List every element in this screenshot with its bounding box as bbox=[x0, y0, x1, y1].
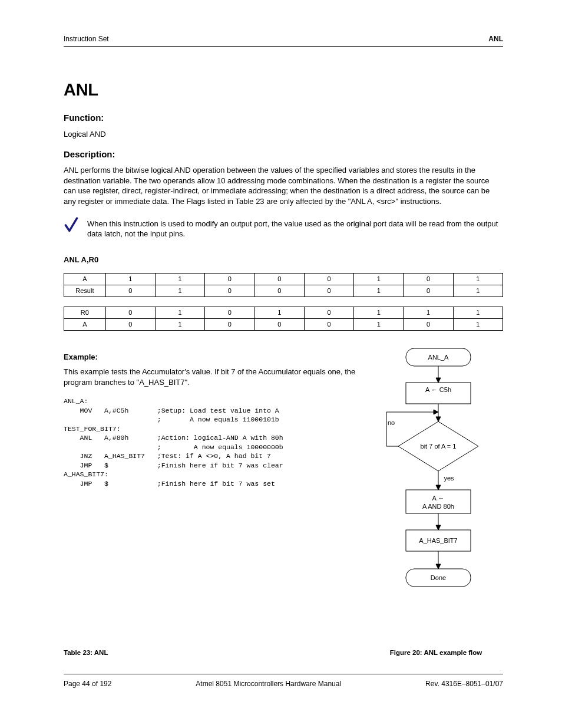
footer-left: Page 44 of 192 bbox=[64, 679, 111, 689]
svg-marker-12 bbox=[436, 485, 441, 490]
flow-start: ANL_A bbox=[428, 353, 449, 361]
figure-caption: Figure 20: ANL example flow bbox=[371, 648, 501, 658]
footer-mid: Atmel 8051 Microcontrollers Hardware Man… bbox=[196, 679, 341, 689]
header-left: Instruction Set bbox=[64, 34, 109, 44]
code-block: ANL_A: MOV A,#C5h ;Setup: Load test valu… bbox=[64, 397, 356, 488]
page-header: Instruction Set ANL bbox=[64, 34, 503, 44]
table-caption: Table 23: ANL bbox=[64, 648, 108, 658]
example-text: This example tests the Accumulator's val… bbox=[64, 367, 356, 387]
flow-step3: A_HAS_BIT7 bbox=[419, 536, 457, 545]
note-text: When this instruction is used to modify … bbox=[87, 219, 503, 239]
example-heading: Example: bbox=[64, 352, 356, 363]
header-divider bbox=[64, 46, 503, 47]
svg-marker-10 bbox=[434, 410, 438, 414]
function-heading: Function: bbox=[64, 112, 503, 124]
footer-divider bbox=[64, 674, 503, 674]
flow-yes: yes bbox=[444, 473, 454, 482]
footer-right: Rev. 4316E–8051–01/07 bbox=[425, 679, 503, 689]
description-heading: Description: bbox=[64, 149, 503, 160]
flow-done: Done bbox=[431, 573, 446, 582]
svg-marker-5 bbox=[436, 417, 441, 421]
table-row: A 0 1 0 0 0 1 0 1 bbox=[64, 318, 503, 330]
svg-marker-18 bbox=[436, 564, 441, 569]
register-tables: A 1 1 0 0 0 1 0 1 Result 0 1 0 0 0 1 0 1 bbox=[64, 273, 503, 330]
flow-decision: bit 7 of A = 1 bbox=[412, 442, 465, 450]
svg-marker-2 bbox=[436, 378, 441, 383]
table-row: R0 0 1 0 1 0 1 1 1 bbox=[64, 307, 503, 318]
svg-marker-15 bbox=[436, 525, 441, 530]
instruction-title: ANL bbox=[64, 78, 503, 101]
function-text: Logical AND bbox=[64, 129, 503, 140]
note-block: When this instruction is used to modify … bbox=[64, 219, 503, 239]
register-table-2: R0 0 1 0 1 0 1 1 1 A 0 1 0 0 0 1 0 1 bbox=[64, 307, 503, 331]
flowchart: ANL_A A ← C5h bit 7 of A = 1 no yes A ← … bbox=[373, 346, 503, 605]
page-footer: Page 44 of 192 Atmel 8051 Microcontrolle… bbox=[64, 679, 503, 689]
header-right: ANL bbox=[488, 34, 503, 44]
table-row: Result 0 1 0 0 0 1 0 1 bbox=[64, 285, 503, 297]
anl-example-label: ANL A,R0 bbox=[64, 255, 503, 265]
description-text: ANL performs the bitwise logical AND ope… bbox=[64, 165, 503, 206]
table-row: A 1 1 0 0 0 1 0 1 bbox=[64, 274, 503, 285]
checkmark-icon bbox=[64, 216, 79, 234]
flow-no: no bbox=[388, 418, 395, 427]
register-table-1: A 1 1 0 0 0 1 0 1 Result 0 1 0 0 0 1 0 1 bbox=[64, 273, 503, 297]
